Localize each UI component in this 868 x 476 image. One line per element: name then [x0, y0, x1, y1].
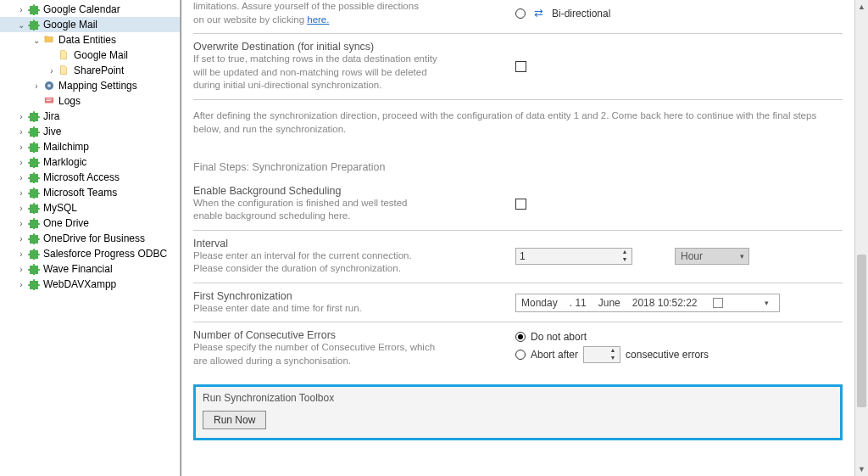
tree-item[interactable]: ›Google Mail [0, 48, 180, 63]
overwrite-desc: If set to true, matching rows in the dat… [193, 53, 507, 92]
expand-arrow-icon[interactable]: › [46, 66, 58, 76]
expand-arrow-icon[interactable]: › [15, 280, 27, 289]
scroll-up-icon[interactable]: ▲ [855, 0, 868, 14]
puzzle-icon [27, 262, 41, 276]
first-sync-datetime[interactable]: Monday . 11 June 2018 10:52:22 ▾ [515, 294, 780, 312]
run-toolbox-title: Run Synchronization Toolbox [203, 392, 833, 404]
tree-item-label: Jira [43, 110, 59, 122]
puzzle-icon [27, 171, 41, 184]
tree-item-label: Jive [43, 126, 61, 137]
expand-arrow-icon[interactable]: › [15, 173, 27, 182]
interval-spinner[interactable]: 1 ▲▼ [515, 248, 632, 265]
spinner-down-icon[interactable]: ▼ [606, 355, 620, 362]
tree-item[interactable]: ›One Drive [0, 216, 180, 231]
bidir-icon: ⇄ [534, 7, 543, 20]
no-abort-label: Do not abort [531, 331, 587, 343]
expand-arrow-icon[interactable]: › [15, 204, 27, 213]
bidir-label: Bi-directional [552, 8, 610, 20]
expand-arrow-icon[interactable]: › [15, 188, 27, 198]
tree-item-label: Microsoft Teams [43, 187, 117, 199]
expand-arrow-icon[interactable]: › [31, 81, 42, 91]
expand-arrow-icon[interactable]: › [15, 265, 27, 274]
tree-item-label: Wave Financial [43, 263, 113, 275]
chevron-down-icon: ▾ [760, 299, 774, 307]
run-toolbox-section: Run Synchronization Toolbox Run Now [193, 384, 843, 440]
errors-desc: Please specify the number of Consecutive… [193, 341, 507, 367]
abort-after-prefix: Abort after [531, 349, 578, 361]
bidir-radio[interactable] [515, 8, 526, 19]
expand-arrow-icon[interactable]: › [15, 219, 27, 228]
tree-item[interactable]: ›Jive [0, 124, 180, 139]
tree-item[interactable]: ⌄Data Entities [0, 32, 180, 48]
puzzle-icon [27, 155, 41, 169]
scroll-thumb[interactable] [857, 255, 866, 407]
scheduling-checkbox[interactable] [515, 199, 526, 210]
tree-item[interactable]: ⌄Google Mail [0, 17, 180, 32]
overwrite-title: Overwrite Destination (for initial syncs… [193, 41, 507, 53]
calendar-icon [713, 298, 723, 308]
tree-item[interactable]: ›Jira [0, 109, 180, 124]
expand-arrow-icon[interactable]: › [15, 112, 27, 121]
tree-item[interactable]: ›Microsoft Teams [0, 185, 180, 200]
spinner-down-icon[interactable]: ▼ [618, 256, 632, 264]
tree-item[interactable]: ›MySQL [0, 200, 180, 216]
spinner-up-icon[interactable]: ▲ [606, 347, 620, 355]
puzzle-icon [27, 3, 41, 16]
tree-item[interactable]: ›Salesforce Progress ODBC [0, 246, 180, 261]
puzzle-icon [27, 216, 41, 230]
scheduling-title: Enable Background Scheduling [193, 185, 507, 197]
tree-item-label: Marklogic [43, 156, 86, 168]
no-abort-radio[interactable] [515, 332, 526, 342]
partial-desc-line1: limitations. Assure yourself of the poss… [193, 0, 507, 14]
log-icon [42, 94, 56, 108]
tree-item-label: Salesforce Progress ODBC [43, 248, 167, 260]
collapse-arrow-icon[interactable]: ⌄ [31, 36, 42, 45]
tree-item[interactable]: ›Wave Financial [0, 261, 180, 277]
expand-arrow-icon[interactable]: › [15, 143, 27, 152]
tree-item[interactable]: ›Mailchimp [0, 139, 180, 154]
tree-item-label: Data Entities [58, 34, 116, 46]
tree-item-label: Microsoft Access [43, 171, 120, 183]
page-icon [58, 64, 71, 77]
final-steps-heading: Final Steps: Synchronization Preparation [193, 141, 843, 178]
expand-arrow-icon[interactable]: › [15, 127, 27, 137]
abort-count-spinner[interactable]: ▲▼ [583, 346, 620, 363]
interval-unit-combo[interactable]: Hour ▾ [675, 248, 749, 265]
tree-item[interactable]: ›OneDrive for Business [0, 231, 180, 246]
tree-item[interactable]: ›SharePoint [0, 63, 180, 78]
expand-arrow-icon[interactable]: › [15, 234, 27, 244]
puzzle-icon [27, 277, 41, 291]
tree-item-label: SharePoint [74, 64, 124, 76]
tree-item-label: Google Mail [74, 49, 128, 61]
tree-item-label: MySQL [43, 202, 77, 214]
tree-item[interactable]: ›Google Calendar [0, 2, 180, 17]
page-icon [58, 48, 71, 62]
tree-item[interactable]: ›Logs [0, 93, 180, 109]
tree-item-label: WebDAVXampp [43, 278, 116, 290]
puzzle-icon [27, 186, 41, 199]
collapse-arrow-icon[interactable]: ⌄ [15, 20, 27, 30]
overwrite-checkbox[interactable] [515, 61, 526, 72]
abort-after-suffix: consecutive errors [626, 349, 709, 361]
tree-item[interactable]: ›WebDAVXampp [0, 277, 180, 292]
folder-icon [42, 33, 56, 47]
run-now-button[interactable]: Run Now [203, 411, 266, 429]
tree-item-label: OneDrive for Business [43, 232, 145, 244]
expand-arrow-icon[interactable]: › [15, 158, 27, 167]
first-sync-desc: Please enter date and time for first run… [193, 302, 507, 316]
abort-after-radio[interactable] [515, 350, 526, 360]
vertical-scrollbar[interactable]: ▲ ▼ [854, 0, 868, 476]
instruction-paragraph: After defining the synchronization direc… [193, 100, 843, 141]
here-link[interactable]: here. [307, 14, 329, 25]
tree-item-label: One Drive [43, 217, 89, 229]
scroll-down-icon[interactable]: ▼ [855, 462, 868, 476]
expand-arrow-icon[interactable]: › [15, 5, 27, 14]
tree-item[interactable]: ›Marklogic [0, 154, 180, 170]
spinner-up-icon[interactable]: ▲ [618, 249, 632, 256]
gear-icon [42, 79, 56, 92]
expand-arrow-icon[interactable]: › [15, 249, 27, 259]
tree-item[interactable]: ›Microsoft Access [0, 170, 180, 185]
puzzle-icon [27, 247, 41, 260]
tree-item[interactable]: ›Mapping Settings [0, 78, 180, 93]
connector-tree[interactable]: ›Google Calendar⌄Google Mail⌄Data Entiti… [0, 0, 181, 476]
